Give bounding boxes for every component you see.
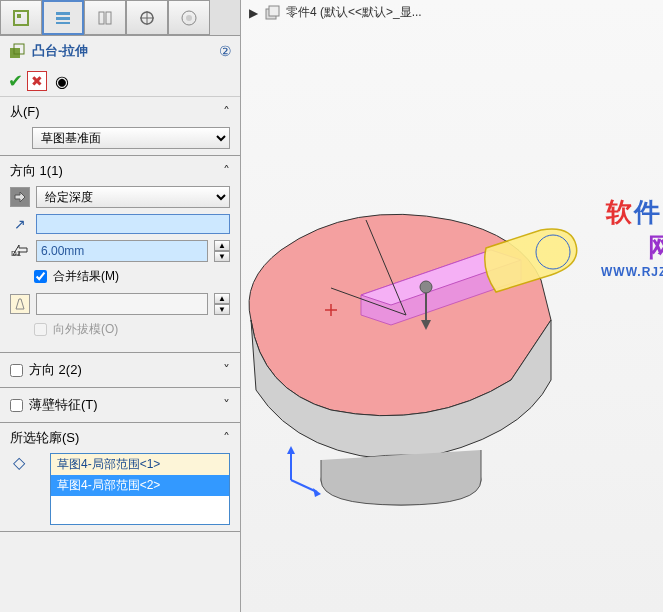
- watermark-text: 软件自学网: [601, 195, 663, 265]
- section-dir1-header[interactable]: 方向 1(1) ˄: [10, 162, 230, 180]
- draft-icon[interactable]: [10, 294, 30, 314]
- direction2-checkbox[interactable]: [10, 364, 23, 377]
- chevron-up-icon: ˄: [223, 430, 230, 446]
- reverse-direction-icon[interactable]: [10, 187, 30, 207]
- svg-rect-2: [56, 12, 70, 15]
- draft-up-button[interactable]: ▲: [214, 293, 230, 304]
- help-icon[interactable]: ②: [219, 43, 232, 59]
- from-dropdown[interactable]: 草图基准面: [32, 127, 230, 149]
- watermark-url: WWW.RJZXW.COM: [601, 265, 663, 279]
- section-thin-feature[interactable]: 薄壁特征(T) ˅: [0, 388, 240, 423]
- tab-dimxpert[interactable]: [126, 0, 168, 35]
- preview-button[interactable]: ◉: [55, 72, 69, 91]
- extrude-icon: [8, 42, 26, 60]
- action-row: ✔ ✖ ◉: [0, 66, 240, 97]
- svg-marker-29: [313, 488, 321, 497]
- section-direction1: 方向 1(1) ˄ 给定深度 ↗ D1: [0, 156, 240, 353]
- draft-outward-label: 向外拔模(O): [53, 321, 118, 338]
- watermark: 软件自学网 WWW.RJZXW.COM: [601, 195, 663, 279]
- section-from-title: 从(F): [10, 103, 40, 121]
- section-thin-title: 薄壁特征(T): [29, 396, 223, 414]
- depth-spinner: ▲ ▼: [214, 240, 230, 262]
- breadcrumb: ▶ 零件4 (默认<<默认>_显...: [249, 4, 422, 21]
- contour-list[interactable]: 草图4-局部范围<1> 草图4-局部范围<2>: [50, 453, 230, 525]
- list-item[interactable]: 草图4-局部范围<1>: [51, 454, 229, 475]
- direction-arrow-icon: ↗: [10, 216, 30, 232]
- merge-result-checkbox[interactable]: [34, 270, 47, 283]
- svg-rect-1: [17, 14, 21, 18]
- svg-point-11: [186, 15, 192, 21]
- direction-vector-field[interactable]: [36, 214, 230, 234]
- section-contours: 所选轮廓(S) ˄ ◇ 草图4-局部范围<1> 草图4-局部范围<2>: [0, 423, 240, 532]
- chevron-up-icon: ˄: [223, 163, 230, 179]
- chevron-up-icon: ˄: [223, 104, 230, 120]
- draft-spinner: ▲ ▼: [214, 293, 230, 315]
- list-item[interactable]: 草图4-局部范围<2>: [51, 475, 229, 496]
- depth-down-button[interactable]: ▼: [214, 251, 230, 262]
- section-from: 从(F) ˄ 草图基准面: [0, 97, 240, 156]
- section-direction2[interactable]: 方向 2(2) ˅: [0, 353, 240, 388]
- svg-rect-3: [56, 17, 70, 20]
- svg-rect-16: [269, 6, 279, 16]
- panel-tabs: [0, 0, 240, 36]
- chevron-down-icon: ˅: [223, 397, 230, 413]
- svg-rect-12: [10, 48, 20, 58]
- draft-angle-input: [36, 293, 208, 315]
- depth-up-button[interactable]: ▲: [214, 240, 230, 251]
- depth-icon: D1: [10, 243, 30, 260]
- chevron-down-icon: ˅: [223, 362, 230, 378]
- depth-input[interactable]: [36, 240, 208, 262]
- end-condition-dropdown[interactable]: 给定深度: [36, 186, 230, 208]
- model-view[interactable]: [241, 120, 663, 540]
- svg-rect-5: [99, 12, 104, 24]
- svg-rect-4: [56, 22, 70, 24]
- svg-text:D1: D1: [11, 249, 22, 257]
- thin-feature-checkbox[interactable]: [10, 399, 23, 412]
- draft-down-button[interactable]: ▼: [214, 304, 230, 315]
- svg-point-23: [420, 281, 432, 293]
- tab-property-manager[interactable]: [42, 0, 84, 35]
- tab-config-manager[interactable]: [84, 0, 126, 35]
- ok-button[interactable]: ✔: [8, 70, 23, 92]
- feature-title: 凸台-拉伸: [26, 42, 219, 60]
- section-contours-title: 所选轮廓(S): [10, 429, 79, 447]
- part-icon: [264, 5, 280, 21]
- feature-header: 凸台-拉伸 ②: [0, 36, 240, 66]
- section-contours-header[interactable]: 所选轮廓(S) ˄: [10, 429, 230, 447]
- breadcrumb-part[interactable]: 零件4 (默认<<默认>_显...: [286, 4, 422, 21]
- cancel-button[interactable]: ✖: [27, 71, 47, 91]
- section-from-header[interactable]: 从(F) ˄: [10, 103, 230, 121]
- merge-result-label: 合并结果(M): [53, 268, 119, 285]
- breadcrumb-arrow-icon[interactable]: ▶: [249, 6, 258, 20]
- viewport[interactable]: ▶ 零件4 (默认<<默认>_显...: [241, 0, 663, 612]
- tab-display-manager[interactable]: [168, 0, 210, 35]
- svg-line-28: [291, 480, 317, 492]
- svg-marker-27: [287, 446, 295, 454]
- section-dir1-title: 方向 1(1): [10, 162, 63, 180]
- svg-rect-6: [106, 12, 111, 24]
- contour-icon: ◇: [10, 453, 28, 472]
- section-dir2-title: 方向 2(2): [29, 361, 223, 379]
- tab-feature-tree[interactable]: [0, 0, 42, 35]
- property-panel: 凸台-拉伸 ② ✔ ✖ ◉ 从(F) ˄ 草图基准面 方向 1(1) ˄: [0, 0, 241, 612]
- draft-outward-checkbox: [34, 323, 47, 336]
